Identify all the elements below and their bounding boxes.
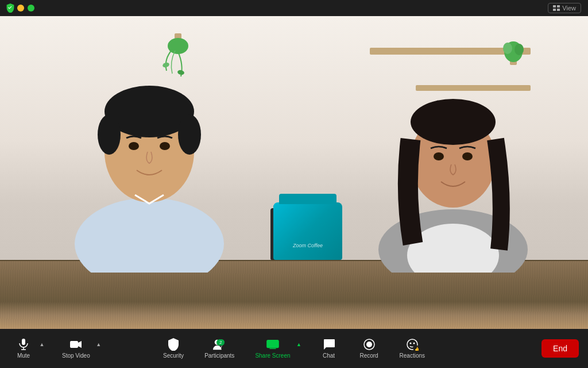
reactions-button[interactable]: 👍 Reactions bbox=[395, 336, 430, 361]
person-woman bbox=[358, 43, 548, 273]
view-button[interactable]: View bbox=[548, 3, 581, 13]
toolbar: Mute ▲ Stop Video ▲ bbox=[0, 329, 588, 368]
svg-point-19 bbox=[160, 142, 170, 150]
svg-point-12 bbox=[75, 198, 224, 273]
svg-rect-1 bbox=[557, 5, 560, 7]
reactions-icon: 👍 bbox=[406, 338, 419, 351]
svg-point-37 bbox=[366, 342, 372, 347]
camera-icon bbox=[69, 338, 82, 351]
record-button[interactable]: Record bbox=[355, 336, 384, 361]
participants-button[interactable]: 2 Participants bbox=[200, 336, 239, 361]
participants-wrap: 2 Participants bbox=[200, 336, 239, 361]
svg-point-24 bbox=[411, 99, 496, 145]
svg-point-39 bbox=[409, 343, 411, 344]
coffee-machine: Zoom Coffee bbox=[273, 202, 342, 260]
maximize-button[interactable] bbox=[28, 5, 34, 12]
svg-point-18 bbox=[129, 142, 139, 150]
share-screen-icon bbox=[266, 338, 279, 351]
toolbar-right: End bbox=[541, 339, 579, 358]
title-bar-right: View bbox=[548, 3, 581, 13]
minimize-button[interactable] bbox=[17, 5, 24, 12]
chat-button[interactable]: Chat bbox=[315, 336, 343, 361]
mute-chevron[interactable]: ▲ bbox=[38, 338, 46, 351]
svg-marker-31 bbox=[78, 341, 82, 348]
share-screen-group: Share Screen ▲ bbox=[250, 336, 303, 361]
record-icon bbox=[363, 338, 376, 351]
svg-rect-3 bbox=[557, 9, 560, 11]
microphone-icon bbox=[17, 338, 30, 351]
stop-video-button[interactable]: Stop Video bbox=[57, 336, 95, 361]
share-screen-button[interactable]: Share Screen bbox=[250, 336, 295, 361]
toolbar-center: Security 2 Participants bbox=[158, 336, 430, 361]
svg-point-26 bbox=[462, 152, 473, 160]
coffee-machine-top bbox=[279, 194, 336, 204]
toolbar-left: Mute ▲ Stop Video ▲ bbox=[9, 336, 103, 361]
mute-group: Mute ▲ bbox=[9, 336, 46, 361]
video-chevron[interactable]: ▲ bbox=[95, 338, 103, 351]
svg-rect-27 bbox=[22, 339, 25, 345]
svg-rect-2 bbox=[553, 9, 556, 11]
title-bar: View bbox=[0, 0, 588, 16]
svg-point-25 bbox=[434, 152, 444, 160]
person-man bbox=[46, 25, 253, 273]
chat-icon bbox=[323, 338, 335, 351]
security-icon bbox=[167, 338, 180, 351]
stop-video-group: Stop Video ▲ bbox=[57, 336, 103, 361]
svg-rect-0 bbox=[553, 5, 556, 7]
svg-point-16 bbox=[98, 114, 121, 155]
security-button[interactable]: Security bbox=[158, 336, 188, 361]
svg-point-17 bbox=[178, 114, 201, 155]
svg-point-40 bbox=[413, 343, 415, 344]
security-badge bbox=[6, 3, 15, 13]
svg-text:👍: 👍 bbox=[414, 346, 419, 351]
svg-rect-30 bbox=[70, 341, 78, 348]
mute-button[interactable]: Mute bbox=[9, 336, 38, 361]
participants-icon: 2 bbox=[213, 338, 226, 351]
end-button[interactable]: End bbox=[541, 339, 579, 358]
share-chevron[interactable]: ▲ bbox=[295, 338, 303, 351]
video-area: ORDERS LATTE COFFEE bbox=[0, 16, 588, 329]
